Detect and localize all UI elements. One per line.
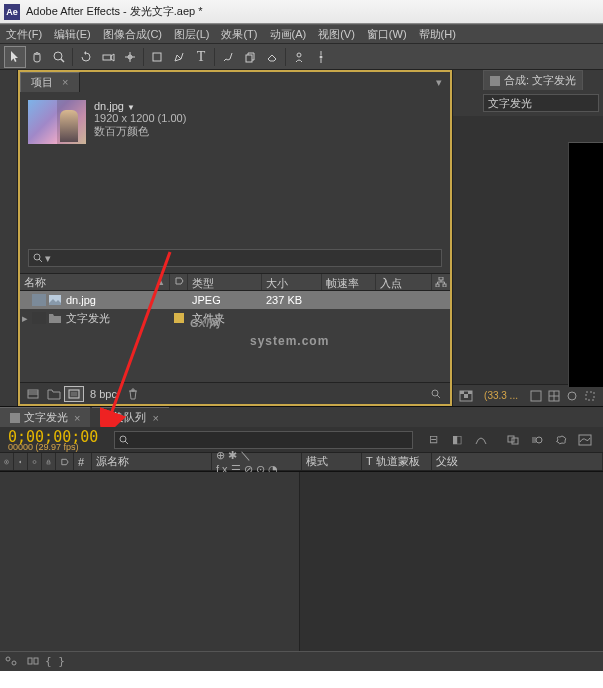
timeline-tab-render[interactable]: 渲染队列 × xyxy=(92,407,168,427)
col-audio-icon[interactable] xyxy=(14,453,28,470)
pen-tool-icon[interactable] xyxy=(168,46,190,68)
list-item[interactable]: ▸ 文字发光 文件夹 xyxy=(20,309,450,327)
shape-tool-icon[interactable] xyxy=(146,46,168,68)
thumbnail xyxy=(28,100,86,144)
camera-tool-icon[interactable] xyxy=(97,46,119,68)
text-tool-icon[interactable]: T xyxy=(190,46,212,68)
motion-blur-icon[interactable] xyxy=(525,431,549,449)
brainstorm-icon[interactable] xyxy=(549,431,573,449)
col-size[interactable]: 大小 xyxy=(262,274,322,290)
svg-rect-31 xyxy=(460,391,464,394)
col-track-matte[interactable]: T 轨道蒙板 xyxy=(362,453,432,470)
col-label[interactable] xyxy=(170,274,188,290)
timeline-tab-comp[interactable]: 文字发光 × xyxy=(0,407,90,427)
resolution-icon[interactable] xyxy=(527,388,545,404)
svg-point-9 xyxy=(320,55,323,58)
project-list[interactable]: dn.jpg JPEG 237 KB ▸ 文字发光 文件夹 xyxy=(20,291,450,382)
rotate-tool-icon[interactable] xyxy=(75,46,97,68)
svg-rect-2 xyxy=(103,55,111,60)
new-folder-icon[interactable] xyxy=(44,386,64,402)
draft-3d-icon[interactable]: ◧ xyxy=(445,431,469,449)
col-video-icon[interactable] xyxy=(0,453,14,470)
menu-help[interactable]: 帮助(H) xyxy=(419,27,456,42)
col-name[interactable]: 名称▲ xyxy=(20,274,170,290)
search-icon[interactable] xyxy=(426,386,446,402)
timeline-body[interactable] xyxy=(0,471,603,651)
anchor-tool-icon[interactable] xyxy=(119,46,141,68)
timeline-layer-area[interactable] xyxy=(0,472,300,651)
selection-tool-icon[interactable] xyxy=(4,46,26,68)
svg-rect-56 xyxy=(34,658,38,664)
eraser-tool-icon[interactable] xyxy=(261,46,283,68)
toggle-switches-icon[interactable] xyxy=(0,652,22,670)
composition-tab[interactable]: 合成: 文字发光 xyxy=(483,70,583,90)
timeline-track-area[interactable] xyxy=(300,472,603,651)
bpc-label[interactable]: 8 bpc xyxy=(90,388,117,400)
project-tab[interactable]: 项目 × xyxy=(20,72,80,92)
region-icon[interactable] xyxy=(581,388,599,404)
close-icon[interactable]: × xyxy=(152,412,158,424)
zoom-level[interactable]: (33.3 ... xyxy=(480,390,522,401)
label-swatch[interactable] xyxy=(174,313,184,323)
twirl-icon[interactable]: ▸ xyxy=(22,312,32,325)
col-number[interactable]: # xyxy=(74,453,92,470)
col-type[interactable]: 类型 xyxy=(188,274,262,290)
watermark: GXI网 xyxy=(190,302,220,334)
sort-icon: ▲ xyxy=(157,278,165,287)
menu-file[interactable]: 文件(F) xyxy=(6,27,42,42)
col-solo-icon[interactable] xyxy=(28,453,42,470)
dropdown-icon[interactable]: ▼ xyxy=(127,103,135,112)
interpret-footage-icon[interactable] xyxy=(24,386,44,402)
project-search[interactable]: ▾ xyxy=(28,249,442,267)
menu-view[interactable]: 视图(V) xyxy=(318,27,355,42)
toggle-alpha-icon[interactable] xyxy=(457,388,475,404)
col-parent[interactable]: 父级 xyxy=(432,453,603,470)
puppet-tool-icon[interactable] xyxy=(310,46,332,68)
col-rate[interactable]: 帧速率 xyxy=(322,274,376,290)
col-flowchart-icon[interactable] xyxy=(432,274,450,290)
zoom-tool-icon[interactable] xyxy=(48,46,70,68)
menu-layer[interactable]: 图层(L) xyxy=(174,27,209,42)
comp-tab-label: 合成: 文字发光 xyxy=(504,73,576,88)
menu-edit[interactable]: 编辑(E) xyxy=(54,27,91,42)
timeline-panel: 文字发光 × 渲染队列 × 0;00;00;00 00000 (29.97 fp… xyxy=(0,406,603,671)
bracket-icon[interactable]: { } xyxy=(44,652,66,670)
col-switches[interactable]: ⊕✱＼fx☰⊘⊙◔ xyxy=(212,453,302,470)
menu-animation[interactable]: 动画(A) xyxy=(270,27,307,42)
panel-menu-icon[interactable]: ▾ xyxy=(436,76,450,89)
shy-icon[interactable] xyxy=(469,431,493,449)
col-source[interactable]: 源名称 xyxy=(92,453,212,470)
label-swatch[interactable] xyxy=(32,294,46,306)
timeline-search[interactable] xyxy=(114,431,413,449)
menu-window[interactable]: 窗口(W) xyxy=(367,27,407,42)
composition-viewer[interactable] xyxy=(453,116,603,384)
graph-editor-icon[interactable] xyxy=(573,431,597,449)
composition-dropdown[interactable]: 文字发光 xyxy=(483,94,599,112)
col-lock-icon[interactable] xyxy=(42,453,56,470)
col-in[interactable]: 入点 xyxy=(376,274,432,290)
comp-mini-flowchart-icon[interactable]: ⊟ xyxy=(421,431,445,449)
watermark-sub: system.com xyxy=(250,334,329,348)
roto-tool-icon[interactable] xyxy=(288,46,310,68)
menu-effect[interactable]: 效果(T) xyxy=(221,27,257,42)
hand-tool-icon[interactable] xyxy=(26,46,48,68)
svg-line-1 xyxy=(61,59,64,62)
expand-pane-icon[interactable] xyxy=(22,652,44,670)
close-icon[interactable]: × xyxy=(74,412,80,424)
new-comp-icon[interactable] xyxy=(64,386,84,402)
tool-bar: T xyxy=(0,44,603,70)
close-icon[interactable]: × xyxy=(62,76,68,88)
svg-point-8 xyxy=(297,53,301,57)
frame-blend-icon[interactable] xyxy=(501,431,525,449)
label-swatch[interactable] xyxy=(32,312,46,324)
svg-rect-15 xyxy=(436,284,439,287)
mask-icon[interactable] xyxy=(563,388,581,404)
col-label-icon[interactable] xyxy=(56,453,74,470)
menu-composition[interactable]: 图像合成(C) xyxy=(103,27,162,42)
brush-tool-icon[interactable] xyxy=(217,46,239,68)
grid-icon[interactable] xyxy=(545,388,563,404)
trash-icon[interactable] xyxy=(123,386,143,402)
col-mode[interactable]: 模式 xyxy=(302,453,362,470)
list-item[interactable]: dn.jpg JPEG 237 KB xyxy=(20,291,450,309)
clone-tool-icon[interactable] xyxy=(239,46,261,68)
